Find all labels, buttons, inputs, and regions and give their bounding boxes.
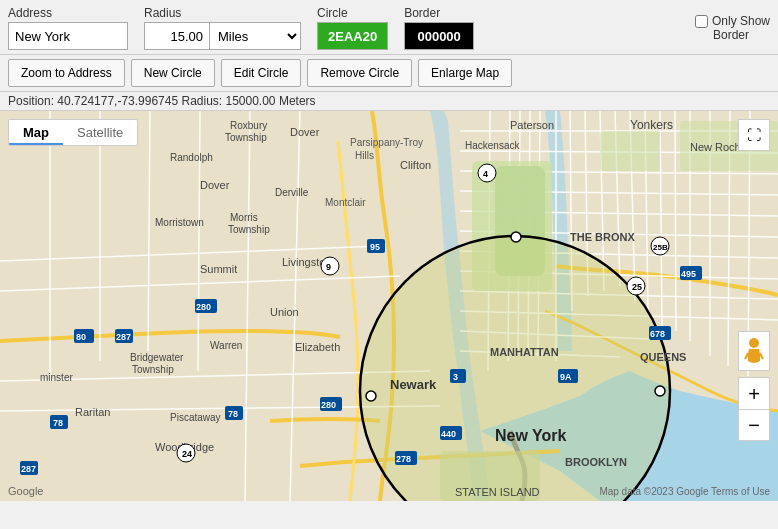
radius-label: Radius (144, 6, 301, 20)
svg-text:Warren: Warren (210, 340, 242, 351)
svg-text:Union: Union (270, 306, 299, 318)
circle-label: Circle (317, 6, 388, 20)
svg-text:Dover: Dover (290, 126, 320, 138)
position-text: Position: 40.724177,-73.996745 Radius: 1… (8, 94, 316, 108)
svg-text:minster: minster (40, 372, 73, 383)
svg-text:280: 280 (196, 302, 211, 312)
svg-line-127 (760, 353, 763, 359)
zoom-to-address-button[interactable]: Zoom to Address (8, 59, 125, 87)
svg-point-125 (749, 338, 759, 348)
svg-text:25B: 25B (653, 243, 668, 252)
svg-text:Montclair: Montclair (325, 197, 366, 208)
zoom-in-button[interactable]: + (738, 377, 770, 409)
svg-point-115 (655, 386, 665, 396)
svg-text:95: 95 (370, 242, 380, 252)
street-view-control[interactable] (738, 331, 770, 371)
circle-color-button[interactable]: 2EAA20 (317, 22, 388, 50)
svg-text:Yonkers: Yonkers (630, 118, 673, 132)
svg-point-114 (366, 391, 376, 401)
svg-text:Newark: Newark (390, 377, 437, 392)
position-bar: Position: 40.724177,-73.996745 Radius: 1… (0, 92, 778, 111)
address-label: Address (8, 6, 128, 20)
svg-text:287: 287 (21, 464, 36, 474)
svg-text:78: 78 (228, 409, 238, 419)
svg-text:Township: Township (228, 224, 270, 235)
svg-text:Paterson: Paterson (510, 119, 554, 131)
svg-text:Elizabeth: Elizabeth (295, 341, 340, 353)
attribution-text: Map data ©2023 Google Terms of Use (599, 486, 770, 497)
radius-unit-select[interactable]: Miles Kilometers Meters (209, 22, 301, 50)
only-show-border-label: Border (713, 28, 749, 42)
svg-text:Roxbury: Roxbury (230, 120, 267, 131)
only-show-row: Only Show (695, 14, 770, 28)
new-circle-button[interactable]: New Circle (131, 59, 215, 87)
svg-text:Morristown: Morristown (155, 217, 204, 228)
map-container[interactable]: Yonkers New Rochelle Paterson Hackensack… (0, 111, 778, 501)
svg-text:Piscataway: Piscataway (170, 412, 221, 423)
radius-group: Radius Miles Kilometers Meters (144, 6, 301, 50)
svg-text:678: 678 (650, 329, 665, 339)
svg-text:278: 278 (396, 454, 411, 464)
svg-text:Raritan: Raritan (75, 406, 110, 418)
google-text: Google (8, 485, 43, 497)
svg-rect-43 (600, 131, 660, 171)
svg-text:Clifton: Clifton (400, 159, 431, 171)
svg-text:440: 440 (441, 429, 456, 439)
map-tab-map[interactable]: Map (9, 120, 63, 145)
svg-text:QUEENS: QUEENS (640, 351, 686, 363)
svg-text:78: 78 (53, 418, 63, 428)
map-tab-satellite[interactable]: Satellite (63, 120, 137, 145)
border-group: Border 000000 (404, 6, 474, 50)
radius-inputs: Miles Kilometers Meters (144, 22, 301, 50)
svg-text:New York: New York (495, 427, 567, 444)
svg-line-24 (675, 111, 676, 331)
top-bar: Address Radius Miles Kilometers Meters C… (0, 0, 778, 55)
svg-text:24: 24 (182, 449, 192, 459)
svg-text:495: 495 (681, 269, 696, 279)
svg-text:80: 80 (76, 332, 86, 342)
circle-group: Circle 2EAA20 (317, 6, 388, 50)
border-color-button[interactable]: 000000 (404, 22, 474, 50)
only-show-label: Only Show (712, 14, 770, 28)
svg-text:STATEN ISLAND: STATEN ISLAND (455, 486, 540, 498)
only-show-checkbox[interactable] (695, 15, 708, 28)
address-input[interactable] (8, 22, 128, 50)
remove-circle-button[interactable]: Remove Circle (307, 59, 412, 87)
radius-input[interactable] (144, 22, 209, 50)
zoom-out-button[interactable]: − (738, 409, 770, 441)
fullscreen-icon: ⛶ (747, 127, 761, 143)
svg-text:Summit: Summit (200, 263, 237, 275)
svg-point-112 (511, 232, 521, 242)
svg-text:Hackensack: Hackensack (465, 140, 520, 151)
toolbar: Zoom to Address New Circle Edit Circle R… (0, 55, 778, 92)
edit-circle-button[interactable]: Edit Circle (221, 59, 302, 87)
enlarge-map-button[interactable]: Enlarge Map (418, 59, 512, 87)
svg-text:Derville: Derville (275, 187, 309, 198)
svg-text:280: 280 (321, 400, 336, 410)
svg-text:25: 25 (632, 282, 642, 292)
svg-text:4: 4 (483, 169, 488, 179)
border-label-row: Border (713, 28, 749, 42)
pegman-icon (744, 337, 764, 365)
fullscreen-button[interactable]: ⛶ (738, 119, 770, 151)
svg-text:Randolph: Randolph (170, 152, 213, 163)
svg-text:287: 287 (116, 332, 131, 342)
svg-text:Township: Township (132, 364, 174, 375)
svg-text:9A: 9A (560, 372, 572, 382)
svg-text:9: 9 (326, 262, 331, 272)
svg-text:Parsippany-Troy: Parsippany-Troy (350, 137, 423, 148)
svg-text:BROOKLYN: BROOKLYN (565, 456, 627, 468)
map-attribution: Map data ©2023 Google Terms of Use (599, 486, 770, 497)
svg-text:3: 3 (453, 372, 458, 382)
svg-text:Bridgewater: Bridgewater (130, 352, 184, 363)
svg-text:Morris: Morris (230, 212, 258, 223)
zoom-controls: + − (738, 377, 770, 441)
svg-text:Dover: Dover (200, 179, 230, 191)
svg-text:Hills: Hills (355, 150, 374, 161)
address-group: Address (8, 6, 128, 50)
google-logo: Google (8, 485, 43, 497)
svg-text:THE BRONX: THE BRONX (570, 231, 635, 243)
border-label: Border (404, 6, 474, 20)
only-show-group: Only Show Border (695, 14, 770, 42)
svg-text:MANHATTAN: MANHATTAN (490, 346, 559, 358)
